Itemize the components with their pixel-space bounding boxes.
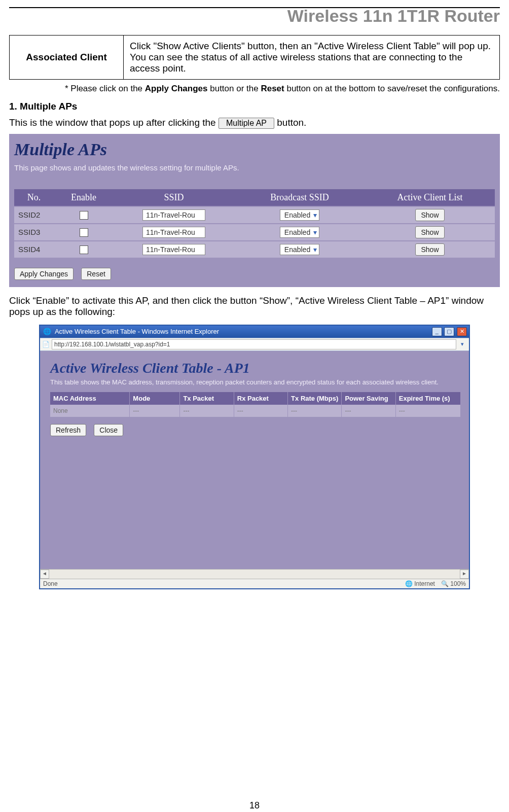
cell: --- (180, 405, 234, 417)
scroll-right-icon[interactable]: ► (460, 570, 469, 579)
cell: --- (234, 405, 287, 417)
ssid-input[interactable]: 11n-Travel-Rou (142, 227, 205, 238)
cell-none: None (50, 405, 130, 417)
enable-checkbox[interactable] (80, 211, 88, 220)
ssid-input[interactable]: 11n-Travel-Rou (142, 244, 205, 255)
col-header: Tx Packet (180, 392, 234, 405)
row-no: SSID3 (14, 224, 54, 241)
minimize-button[interactable]: _ (432, 327, 442, 336)
multiple-aps-description: This page shows and updates the wireless… (14, 163, 495, 172)
broadcast-select[interactable]: Enabled (280, 227, 319, 238)
cell: --- (288, 405, 342, 417)
multiple-aps-title: Multiple APs (14, 138, 495, 160)
between-text: Click “Enable” to activate this AP, and … (9, 295, 500, 317)
client-table-description: This table shows the MAC address, transm… (50, 378, 461, 386)
horizontal-scrollbar[interactable]: ◄ ► (40, 569, 469, 579)
ie-icon: 🌐 (43, 328, 51, 335)
page-number: 18 (9, 800, 500, 811)
scroll-left-icon[interactable]: ◄ (40, 570, 49, 579)
multiple-aps-table: No. Enable SSID Broadcast SSID Active Cl… (14, 189, 495, 259)
window-titlebar[interactable]: 🌐 Active Wireless Client Table - Windows… (40, 326, 469, 338)
col-header: MAC Address (50, 392, 130, 405)
col-header: Expired Time (s) (395, 392, 460, 405)
broadcast-select[interactable]: Enabled (280, 209, 319, 221)
multiple-aps-screenshot: Multiple APs This page shows and updates… (9, 134, 500, 287)
show-button[interactable]: Show (415, 226, 444, 238)
show-button[interactable]: Show (415, 209, 444, 221)
internet-icon: 🌐 (405, 580, 413, 587)
security-zone: 🌐 Internet (405, 580, 435, 587)
col-header-broadcast: Broadcast SSID (234, 189, 365, 206)
table-row: None --- --- --- --- --- --- (50, 405, 461, 417)
enable-checkbox[interactable] (80, 228, 88, 237)
table-row: SSID4 11n-Travel-Rou Enabled Show (14, 241, 495, 258)
status-bar: Done 🌐 Internet 🔍 100% (40, 579, 469, 588)
col-header: Mode (130, 392, 180, 405)
close-button[interactable]: ✕ (457, 327, 467, 336)
cell: --- (130, 405, 180, 417)
definition-label: Associated Client (10, 36, 124, 80)
address-bar: 📄 http://192.168.100.1/wlstatbl_vap.asp?… (40, 338, 469, 351)
col-header-ssid: SSID (114, 189, 234, 206)
page-icon: 📄 (42, 341, 50, 348)
client-table: MAC Address Mode Tx Packet Rx Packet Tx … (50, 392, 461, 417)
window-title: 🌐 Active Wireless Client Table - Windows… (43, 328, 219, 335)
page-title: Wireless 11n 1T1R Router (9, 6, 500, 26)
ie-window: 🌐 Active Wireless Client Table - Windows… (39, 325, 470, 589)
enable-checkbox[interactable] (80, 245, 88, 254)
col-header-active: Active Client List (365, 189, 495, 206)
col-header: Rx Packet (234, 392, 287, 405)
cell: --- (342, 405, 395, 417)
cell: --- (395, 405, 460, 417)
table-row: SSID3 11n-Travel-Rou Enabled Show (14, 224, 495, 241)
close-page-button[interactable]: Close (94, 424, 123, 436)
status-done: Done (43, 580, 58, 587)
zoom-level[interactable]: 🔍 100% (441, 580, 466, 587)
apply-reset-note: * Please click on the Apply Changes butt… (18, 84, 500, 94)
refresh-button[interactable]: Refresh (50, 424, 86, 436)
reset-button[interactable]: Reset (81, 268, 111, 280)
col-header: Power Saving (342, 392, 395, 405)
broadcast-select[interactable]: Enabled (280, 244, 319, 255)
client-table-title: Active Wireless Client Table - AP1 (50, 360, 461, 376)
section-heading-multiple-aps: 1. Multiple APs (9, 101, 500, 112)
zoom-icon: 🔍 (441, 580, 449, 587)
apply-changes-button[interactable]: Apply Changes (14, 268, 74, 280)
go-dropdown-icon[interactable]: ▾ (458, 341, 467, 347)
show-button[interactable]: Show (415, 243, 444, 256)
table-row: SSID2 11n-Travel-Rou Enabled Show (14, 206, 495, 224)
maximize-button[interactable]: ▢ (444, 327, 454, 336)
col-header-enable: Enable (54, 189, 114, 206)
definition-description: Click "Show Active Clients" button, then… (124, 36, 500, 80)
col-header: Tx Rate (Mbps) (288, 392, 342, 405)
row-no: SSID4 (14, 241, 54, 258)
url-input[interactable]: http://192.168.100.1/wlstatbl_vap.asp?id… (52, 339, 456, 349)
ssid-input[interactable]: 11n-Travel-Rou (142, 209, 205, 221)
row-no: SSID2 (14, 206, 54, 224)
intro-line: This is the window that pops up after cl… (9, 117, 500, 129)
col-header-no: No. (14, 189, 54, 206)
multiple-ap-button[interactable]: Multiple AP (219, 118, 274, 129)
definition-table: Associated Client Click "Show Active Cli… (9, 35, 500, 80)
